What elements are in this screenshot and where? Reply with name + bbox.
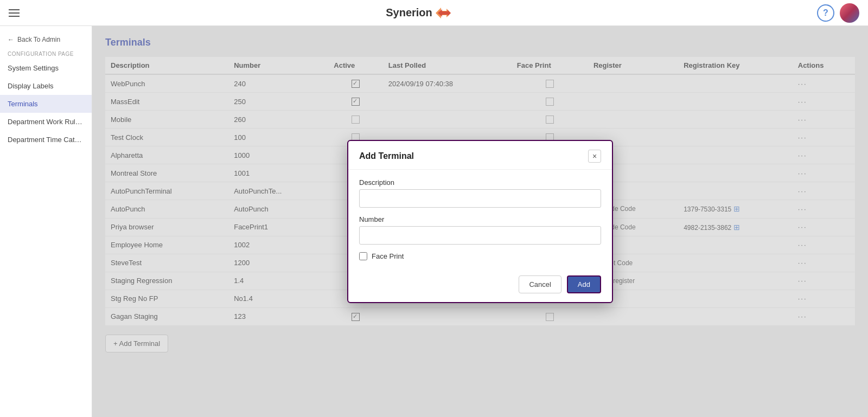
modal-body: Description Number Face Print (348, 170, 612, 269)
config-section-label: CONFIGURATION PAGE (0, 48, 92, 59)
sidebar-item-terminals[interactable]: Terminals (0, 95, 92, 113)
face-print-row: Face Print (359, 252, 601, 260)
modal-backdrop: Add Terminal × Description Number Face P… (92, 26, 868, 417)
sidebar-item-display-labels[interactable]: Display Labels (0, 77, 92, 95)
brand-name: Synerion (386, 7, 432, 19)
modal-header: Add Terminal × (348, 141, 612, 170)
navbar-right: ? (817, 3, 859, 23)
user-avatar[interactable] (840, 3, 859, 23)
back-arrow-icon: ← (8, 36, 14, 43)
sidebar-item-dept-work-rules[interactable]: Department Work Rules Filt... (0, 113, 92, 131)
description-label: Description (359, 178, 601, 187)
add-button[interactable]: Add (567, 275, 601, 293)
add-terminal-modal: Add Terminal × Description Number Face P… (347, 140, 613, 303)
main-content: Terminals Description Number Active Last… (92, 26, 868, 417)
description-input[interactable] (359, 189, 601, 208)
modal-footer: Cancel Add (348, 269, 612, 302)
number-form-group: Number (359, 215, 601, 245)
back-to-admin-link[interactable]: ← Back To Admin (0, 31, 92, 48)
number-input[interactable] (359, 226, 601, 245)
sidebar-item-system-settings[interactable]: System Settings (0, 59, 92, 77)
back-label: Back To Admin (17, 36, 60, 43)
face-print-label: Face Print (372, 252, 404, 260)
app-layout: ← Back To Admin CONFIGURATION PAGE Syste… (0, 26, 868, 417)
description-form-group: Description (359, 178, 601, 208)
modal-close-button[interactable]: × (588, 150, 601, 163)
number-label: Number (359, 215, 601, 223)
hamburger-button[interactable] (9, 9, 20, 17)
cancel-button[interactable]: Cancel (519, 275, 561, 293)
brand-logo-icon (436, 8, 451, 18)
brand-logo: Synerion (386, 7, 451, 19)
help-button[interactable]: ? (817, 4, 834, 22)
sidebar: ← Back To Admin CONFIGURATION PAGE Syste… (0, 26, 92, 417)
sidebar-item-dept-time-cat[interactable]: Department Time Category ... (0, 131, 92, 149)
face-print-checkbox[interactable] (359, 252, 367, 260)
modal-title: Add Terminal (359, 151, 414, 161)
navbar: Synerion ? (0, 0, 868, 26)
